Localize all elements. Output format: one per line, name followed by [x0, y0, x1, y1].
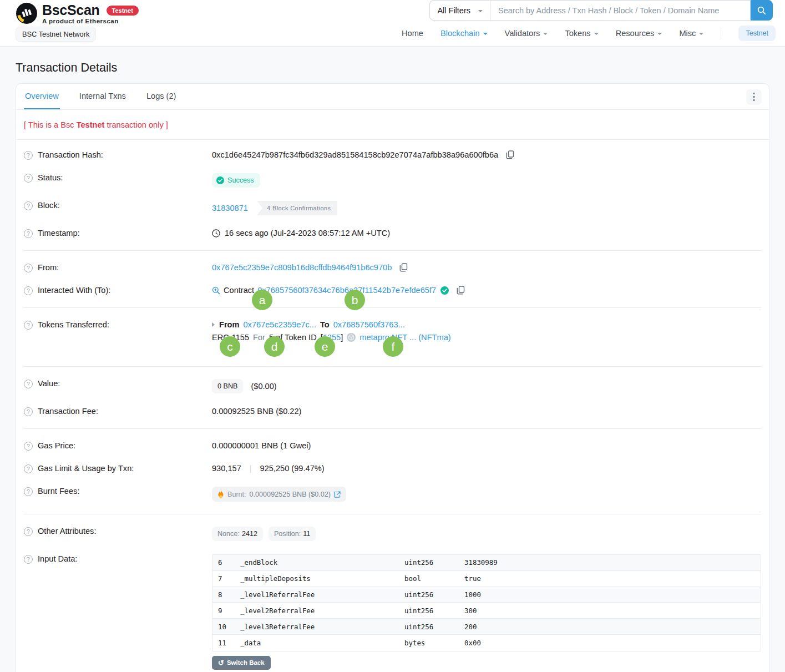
- row-block: ? Block: 31830871 4 Block Confirmations: [24, 194, 761, 222]
- clock-icon: [212, 229, 220, 238]
- copy-icon[interactable]: [399, 263, 408, 272]
- tx-hash-value: 0xc1d6e45247b987fc34fb6d329ad851584158cb…: [212, 150, 498, 159]
- help-icon[interactable]: ?: [24, 321, 33, 330]
- search-filter-dropdown[interactable]: All Filters: [429, 0, 490, 21]
- gas-usage-value: 925,250 (99.47%): [260, 464, 325, 473]
- verified-check-icon: [440, 286, 449, 295]
- divider: [24, 514, 761, 514]
- nav-tokens[interactable]: Tokens: [565, 29, 598, 38]
- nav-home[interactable]: Home: [402, 29, 423, 38]
- position-badge: Position: 11: [269, 527, 316, 541]
- input-row: 11 _data bytes 0x00: [212, 635, 761, 651]
- token-transfer-line1: From 0x767e5c2359e7c... To 0x76857560f37…: [212, 320, 451, 329]
- search-button[interactable]: [751, 0, 773, 21]
- magnifier-plus-icon[interactable]: [212, 286, 220, 295]
- input-row: 8 _level1ReferralFee uint256 1000: [212, 587, 761, 603]
- brand[interactable]: BscScan Testnet A product of Etherscan: [16, 2, 139, 26]
- from-label: From:: [38, 263, 59, 272]
- nonce-badge: Nonce: 2412: [212, 527, 263, 541]
- row-burnt-fees: ? Burnt Fees: Burnt: 0.000092525 BNB ($0…: [24, 480, 761, 508]
- row-from: ? From: 0x767e5c2359e7c809b16d8cffdb9464…: [24, 256, 761, 279]
- annotation-a: a: [252, 290, 272, 310]
- annotation-e: e: [315, 336, 335, 357]
- help-icon[interactable]: ?: [24, 286, 33, 295]
- chevron-down-icon: [543, 33, 548, 35]
- copy-icon[interactable]: [457, 286, 465, 295]
- divider: [24, 250, 761, 251]
- interacted-with-label: Interacted With (To):: [38, 286, 110, 295]
- transfer-to-address[interactable]: 0x76857560f3763...: [333, 320, 405, 329]
- nav-blockchain[interactable]: Blockchain: [440, 29, 488, 38]
- row-transaction-fee: ? Transaction Fee: 0.00092525 BNB ($0.22…: [24, 400, 761, 423]
- value-label: Value:: [38, 379, 60, 388]
- input-row: 7 _multipleDeposits bool true: [212, 571, 761, 587]
- chevron-down-icon: [594, 33, 599, 35]
- row-timestamp: ? Timestamp: 16 secs ago (Jul-24-2023 08…: [24, 222, 761, 245]
- help-icon[interactable]: ?: [24, 174, 33, 183]
- input-row: 10 _level3ReferralFee uint256 200: [212, 619, 761, 635]
- annotation-b: b: [345, 290, 365, 310]
- help-icon[interactable]: ?: [24, 201, 33, 210]
- burnt-prefix: Burnt:: [227, 491, 246, 498]
- contract-prefix: Contract: [224, 286, 254, 295]
- help-icon[interactable]: ?: [24, 151, 33, 160]
- gas-price-label: Gas Price:: [38, 441, 75, 450]
- from-address-link[interactable]: 0x767e5c2359e7c809b16d8cffdb9464f91b6c97…: [212, 263, 392, 272]
- main-nav: Home Blockchain Validators Tokens Resour…: [402, 26, 776, 41]
- help-icon[interactable]: ?: [24, 264, 33, 272]
- status-label: Status:: [38, 173, 63, 182]
- network-pill: BSC Testnet Network: [16, 27, 96, 42]
- testnet-network-button[interactable]: Testnet: [738, 26, 776, 41]
- pipe-divider: |: [250, 464, 252, 473]
- transfer-from-address[interactable]: 0x767e5c2359e7c...: [243, 320, 316, 329]
- kebab-icon: [753, 93, 755, 102]
- site-header: BscScan Testnet A product of Etherscan B…: [0, 0, 785, 47]
- block-confirmations-badge: 4 Block Confirmations: [257, 201, 337, 215]
- divider: [24, 307, 761, 308]
- testnet-notice: [ This is a Bsc Testnet transaction only…: [16, 110, 769, 140]
- external-link-icon[interactable]: [334, 491, 341, 498]
- nav-misc[interactable]: Misc: [679, 29, 703, 38]
- input-row: 6 _endBlock uint256 31830989: [212, 555, 761, 571]
- transaction-fee-value: 0.00092525 BNB ($0.22): [212, 407, 301, 416]
- help-icon[interactable]: ?: [24, 380, 33, 388]
- status-badge: Success: [212, 173, 260, 188]
- divider: [24, 366, 761, 367]
- divider: [24, 428, 761, 429]
- help-icon[interactable]: ?: [24, 407, 33, 416]
- help-icon[interactable]: ?: [24, 229, 33, 238]
- other-attributes-label: Other Attributes:: [38, 527, 96, 535]
- row-gas-limit-usage: ? Gas Limit & Usage by Txn: 930,157 | 92…: [24, 457, 761, 480]
- timestamp-label: Timestamp:: [38, 229, 80, 238]
- nav-resources[interactable]: Resources: [616, 29, 662, 38]
- row-gas-price: ? Gas Price: 0.000000001 BNB (1 Gwei): [24, 434, 761, 457]
- block-number-link[interactable]: 31830871: [212, 204, 248, 213]
- token-name-link[interactable]: metapro NFT ... (NFTma): [359, 333, 450, 342]
- burnt-value: 0.000092525 BNB ($0.02): [250, 491, 331, 498]
- help-icon[interactable]: ?: [24, 555, 33, 564]
- token-logo-icon: [347, 333, 356, 342]
- help-icon[interactable]: ?: [24, 487, 33, 496]
- nav-validators[interactable]: Validators: [505, 29, 548, 38]
- row-interacted-with: ? Interacted With (To): Contract 0x76857…: [24, 279, 761, 302]
- tab-logs[interactable]: Logs (2): [145, 84, 178, 109]
- help-icon[interactable]: ?: [24, 527, 33, 536]
- chevron-down-icon: [483, 33, 488, 35]
- search-icon: [757, 6, 766, 15]
- brand-testnet-badge: Testnet: [107, 6, 139, 16]
- copy-icon[interactable]: [506, 150, 514, 159]
- tab-bar: Overview Internal Txns Logs (2): [16, 84, 769, 110]
- bscscan-logo-icon: [16, 2, 38, 26]
- fire-icon: [217, 490, 224, 498]
- row-other-attributes: ? Other Attributes: Nonce: 2412 Position…: [24, 520, 761, 548]
- search-input[interactable]: [490, 0, 751, 21]
- tab-internal-txns[interactable]: Internal Txns: [78, 84, 127, 109]
- more-options-button[interactable]: [746, 89, 762, 105]
- input-data-table[interactable]: 6 _endBlock uint256 31830989 7 _multiple…: [212, 554, 761, 651]
- switch-back-button[interactable]: ↺ Switch Back: [212, 656, 271, 670]
- brand-subtitle: A product of Etherscan: [42, 18, 139, 24]
- help-icon[interactable]: ?: [24, 442, 33, 451]
- help-icon[interactable]: ?: [24, 464, 33, 473]
- tab-overview[interactable]: Overview: [24, 84, 60, 109]
- nav-divider: [721, 27, 721, 39]
